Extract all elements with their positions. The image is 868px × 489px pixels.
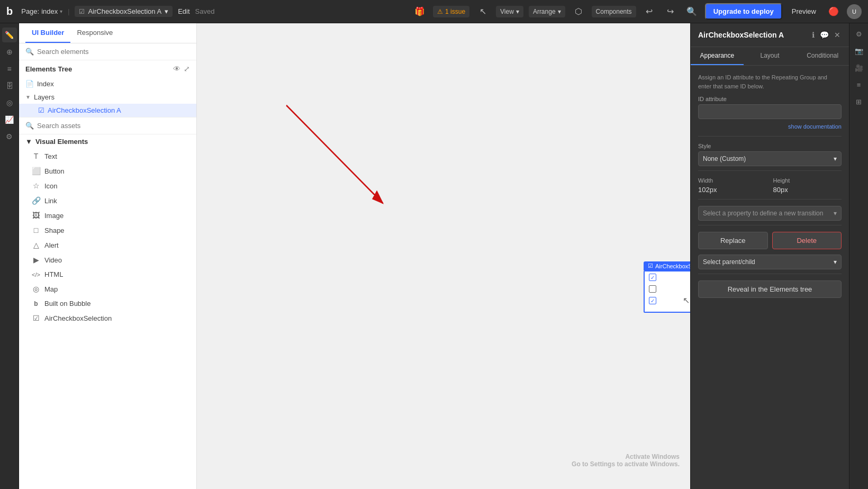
tab-appearance[interactable]: Appearance — [691, 47, 744, 65]
ve-image[interactable]: 🖼 Image — [19, 208, 196, 223]
component-selector[interactable]: ☑ AirCheckboxSelection A ▾ — [75, 6, 173, 17]
cb-row-2 — [645, 283, 690, 295]
sidebar-settings-icon[interactable]: ⚙ — [2, 129, 17, 144]
air-cb-icon: ☑ — [32, 314, 40, 322]
watermark-line2: Go to Settings to activate Windows. — [572, 460, 680, 468]
show-documentation-link[interactable]: show documentation — [698, 123, 842, 130]
ve-text[interactable]: T Text — [19, 149, 196, 164]
button-icon: ⬜ — [32, 167, 40, 175]
ve-shape[interactable]: □ Shape — [19, 223, 196, 238]
tree-item-index[interactable]: 📄 Index — [19, 77, 196, 90]
tab-conditional[interactable]: Conditional — [796, 47, 849, 65]
preview-button[interactable]: Preview — [788, 5, 820, 17]
delete-button[interactable]: Delete — [772, 232, 842, 249]
tree-item-aircheckbox[interactable]: ☑ AirCheckboxSelection A — [19, 104, 196, 117]
view-button[interactable]: View ▾ — [496, 6, 523, 17]
page-name: index — [41, 7, 58, 15]
elements-tree-actions: 👁 ⤢ — [173, 65, 190, 73]
search-assets-input[interactable] — [37, 122, 190, 130]
edge-panel: ⚙ 📷 🎥 ≡ ⊞ — [849, 23, 868, 489]
ve-html[interactable]: </> HTML — [19, 267, 196, 282]
ve-link[interactable]: 🔗 Link — [19, 193, 196, 208]
sidebar-flow-icon[interactable]: ⊕ — [2, 44, 17, 59]
sidebar-analytics-icon[interactable]: 📈 — [2, 112, 17, 127]
sidebar-elements-icon[interactable]: ✏️ — [2, 28, 17, 42]
divider-3 — [698, 199, 842, 200]
layers-toggle-icon: ▼ — [25, 94, 31, 100]
edge-settings-icon[interactable]: ⚙ — [852, 26, 866, 41]
edge-camera-icon[interactable]: 📷 — [852, 43, 866, 58]
link-icon: 🔗 — [32, 196, 40, 205]
component-widget[interactable]: ✓ ✓ ↖ — [644, 270, 690, 313]
cb-3: ✓ — [649, 297, 656, 304]
tab-ui-builder[interactable]: UI Builder — [25, 23, 70, 43]
issues-button[interactable]: ⚠ 1 issue — [433, 6, 469, 17]
shape-icon: □ — [32, 226, 40, 234]
edge-layers-icon[interactable]: ≡ — [852, 77, 866, 92]
transition-select-label: Select a property to define a new transi… — [703, 210, 823, 217]
replace-delete-row: Replace Delete — [698, 232, 842, 249]
tab-layout[interactable]: Layout — [744, 47, 797, 65]
cb-1: ✓ — [649, 274, 656, 281]
upgrade-button[interactable]: Upgrade to deploy — [705, 3, 782, 20]
tab-responsive[interactable]: Responsive — [70, 23, 119, 43]
windows-watermark: Activate Windows Go to Settings to activ… — [572, 453, 680, 468]
id-attribute-input[interactable] — [698, 104, 842, 119]
right-panel-content: Assign an ID attribute to the Repeating … — [691, 66, 849, 305]
comment-panel-icon[interactable]: 💬 — [819, 30, 830, 40]
divider-5 — [698, 274, 842, 274]
expand-tree-icon[interactable]: ⤢ — [184, 65, 190, 73]
tree-item-layers[interactable]: ▼ Layers — [19, 90, 196, 104]
search-elements-input[interactable] — [37, 48, 190, 56]
ve-icon-label: Icon — [44, 182, 58, 190]
reveal-button[interactable]: Reveal in the Elements tree — [698, 280, 842, 298]
undo-icon[interactable]: ↩ — [641, 4, 657, 20]
components-button[interactable]: Components — [592, 6, 636, 17]
saved-label: Saved — [195, 7, 215, 15]
canvas[interactable]: ☑ AirCheckboxSelection A ✓ ✓ ↖ Activat — [197, 23, 690, 489]
video-icon: ▶ — [32, 256, 40, 264]
sidebar-db-icon[interactable]: 🗄 — [2, 78, 17, 93]
user-avatar[interactable]: U — [847, 4, 862, 19]
gift-icon[interactable]: 🎁 — [412, 4, 428, 20]
sidebar-plugins-icon[interactable]: ◎ — [2, 95, 17, 110]
ve-built-on-bubble[interactable]: b Built on Bubble — [19, 296, 196, 311]
ve-alert[interactable]: △ Alert — [19, 238, 196, 252]
close-panel-icon[interactable]: ✕ — [833, 30, 842, 40]
info-panel-icon[interactable]: ℹ — [811, 30, 816, 40]
page-selector[interactable]: Page: index ▾ — [21, 7, 62, 15]
separator: | — [68, 8, 69, 15]
ve-icon[interactable]: ☆ Icon — [19, 178, 196, 193]
sidebar-data-icon[interactable]: ≡ — [2, 61, 17, 76]
style-label: Style — [698, 143, 842, 149]
arrange-caret-icon: ▾ — [558, 8, 561, 15]
width-label: Width — [698, 177, 767, 184]
tree-index-label: Index — [37, 80, 54, 88]
visibility-icon[interactable]: 👁 — [173, 65, 180, 73]
redo-icon[interactable]: ↪ — [663, 4, 679, 20]
page-caret-icon: ▾ — [60, 8, 62, 14]
ve-air-checkbox[interactable]: ☑ AirCheckboxSelection — [19, 311, 196, 325]
main-layout: ✏️ ⊕ ≡ 🗄 ◎ 📈 ⚙ UI Builder Responsive 🔍 E… — [0, 23, 868, 489]
visual-elements-toggle-icon: ▼ — [25, 138, 32, 146]
arrange-button[interactable]: Arrange ▾ — [529, 6, 565, 17]
html-icon: </> — [32, 271, 40, 278]
cursor-tool-icon[interactable]: ↖ — [475, 4, 491, 20]
search-top-icon[interactable]: 🔍 — [684, 4, 700, 20]
transition-select[interactable]: Select a property to define a new transi… — [698, 206, 842, 221]
edge-video-icon[interactable]: 🎥 — [852, 60, 866, 75]
visual-elements-header[interactable]: ▼ Visual Elements — [19, 134, 196, 149]
edge-grid-icon[interactable]: ⊞ — [852, 94, 866, 109]
info-description: Assign an ID attribute to the Repeating … — [698, 73, 842, 90]
ve-text-label: Text — [44, 152, 57, 160]
app-logo: b — [6, 5, 13, 17]
ve-button[interactable]: ⬜ Button — [19, 164, 196, 178]
ve-video[interactable]: ▶ Video — [19, 252, 196, 267]
divider-1 — [698, 136, 842, 137]
parent-child-select[interactable]: Select parent/child ▾ — [698, 255, 842, 269]
ve-map[interactable]: ◎ Map — [19, 282, 196, 296]
warning-icon: ⚠ — [437, 8, 443, 15]
notifications-icon[interactable]: 🔴 — [826, 4, 842, 20]
replace-button[interactable]: Replace — [698, 232, 768, 249]
style-select[interactable]: None (Custom) ▾ — [698, 151, 842, 166]
